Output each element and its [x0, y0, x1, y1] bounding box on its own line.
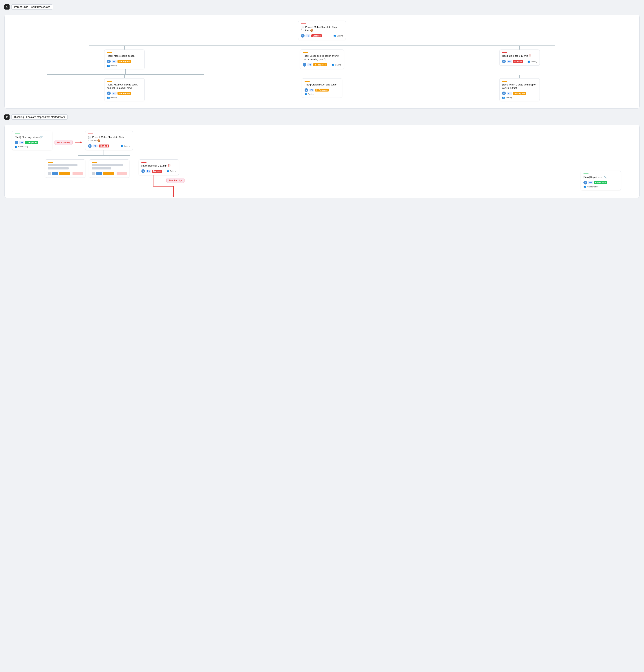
card-footer: U P0 Blocked 👥 Baking — [301, 34, 343, 38]
card-title: [Task] Repair oven 🔧 — [583, 176, 618, 179]
root-card[interactable]: [📄 Project] Make Chocolate Chip Cookies … — [298, 21, 346, 40]
priority-badge: P0 — [93, 145, 97, 147]
svg-marker-1 — [80, 141, 82, 143]
status-badge: In Progress — [315, 88, 329, 92]
card-title-blur — [48, 164, 78, 166]
card-footer: U P1 In Progress 👥 Baking — [107, 92, 142, 99]
card-footer: U P0 Blocked 👥 Baking — [502, 60, 537, 63]
card-footer: U P1 Completed 👥 Purchasing — [15, 141, 49, 148]
card-title: [Task] Bake for 9-11 min ⏰ — [141, 164, 176, 167]
v-line — [124, 46, 125, 49]
priority-badge: P1 — [307, 63, 312, 66]
v-line — [65, 156, 65, 159]
project-card-col: [📄 Project] Make Chocolate Chip Cookies … — [85, 131, 133, 150]
avatar: U — [502, 60, 506, 63]
avatar: U — [141, 169, 145, 173]
v-line — [124, 75, 125, 78]
team-icon: 👥 — [107, 64, 110, 67]
card-footer: U P0 Blocked 👥 Baking — [88, 144, 130, 148]
card-accent — [48, 162, 53, 163]
team-badge: 👥 Baking — [331, 63, 341, 66]
team-badge: 👥 Baking — [107, 64, 117, 67]
section-1-header: 1 Parent Child - Work Breakdown — [4, 4, 640, 10]
status-badge: Completed — [594, 181, 607, 184]
card-title-blur2 — [92, 167, 111, 169]
avatar: U — [305, 88, 308, 92]
root-to-level1-connector — [12, 40, 632, 46]
l1-col-1: [Task] Make cookie dough U P0 In Progres… — [27, 46, 221, 69]
card-title: [Task] Bake for 9-11 min ⏰ — [502, 54, 537, 58]
l2-card-3[interactable]: [Task] Mix in 2 eggs and a tsp of vanill… — [499, 78, 540, 101]
svg-marker-2 — [173, 195, 174, 197]
s2-l1-col-3: [Task] Bake for 9-11 min ⏰ U P0 Blocked … — [133, 156, 185, 182]
card-accent — [107, 52, 112, 53]
team-icon: 👥 — [107, 96, 110, 99]
avatar: U — [502, 92, 506, 95]
l2-card-2[interactable]: [Task] Cream butter and sugar U P1 In Pr… — [302, 78, 342, 98]
team-badge: 👥 Baking — [502, 96, 512, 99]
level2-row: [Task] Mix flour, baking soda, and salt … — [27, 75, 617, 101]
status-badge: Completed — [25, 141, 38, 144]
card-footer: U P2 Completed 👥 Maintenance — [583, 181, 618, 188]
badge-blur — [52, 172, 58, 175]
priority-badge: P0 — [146, 170, 151, 172]
team-badge: 👥 Baking — [107, 96, 117, 99]
l1-card-1[interactable]: [Task] Make cookie dough U P0 In Progres… — [104, 49, 145, 69]
card-accent — [502, 81, 507, 82]
avatar: U — [583, 181, 587, 184]
avatar-blur — [92, 172, 95, 175]
l1-l2-connector — [27, 69, 224, 75]
blocked-by-connector: Blocked by — [55, 140, 83, 145]
spacer — [224, 69, 420, 75]
l2-col-2: [Task] Cream butter and sugar U P1 In Pr… — [225, 75, 419, 101]
blocked-by-label: Blocked by — [166, 178, 185, 183]
card-title: [Task] Cream butter and sugar — [305, 83, 339, 86]
priority-badge: P0 — [507, 60, 512, 63]
team-icon: 👥 — [527, 60, 530, 63]
priority-badge: P0 — [112, 60, 117, 63]
team-badge: 👥 Purchasing — [15, 145, 28, 148]
blocked-by-label: Blocked by — [55, 140, 73, 145]
card-accent — [583, 173, 588, 174]
team-blur — [72, 172, 83, 175]
card-title: [📄 Project] Make Chocolate Chip Cookies … — [301, 25, 343, 32]
card-title: [Task] Make cookie dough — [107, 54, 142, 58]
s2-l1-col-2 — [89, 156, 129, 178]
status-badge: In Progress — [117, 60, 131, 63]
badge-blur2 — [103, 172, 114, 175]
team-icon: 👥 — [331, 63, 334, 66]
priority-badge: P2 — [588, 181, 593, 184]
v-line — [519, 75, 520, 78]
card-title: [📄 Project] Make Chocolate Chip Cookies … — [88, 135, 130, 142]
section-2-title: Blocking - Escalate stopped/not started … — [11, 115, 68, 120]
avatar: U — [301, 34, 305, 38]
s2-l1-col-1 — [45, 156, 85, 178]
repair-card[interactable]: [Task] Repair oven 🔧 U P2 Completed 👥 Ma… — [581, 171, 621, 190]
vertical-line — [322, 40, 322, 46]
priority-badge: P0 — [305, 34, 311, 37]
v-line — [109, 156, 109, 159]
arrow-left-svg — [74, 141, 83, 144]
status-badge: Blocked — [311, 34, 322, 37]
card-accent — [301, 23, 306, 24]
l2-card-1[interactable]: [Task] Mix flour, baking soda, and salt … — [104, 78, 145, 101]
l1-col-2: [Task] Scoop cookie dough evenly onto a … — [225, 46, 419, 69]
l1-card-3[interactable]: [Task] Bake for 9-11 min ⏰ U P0 Blocked … — [499, 49, 540, 65]
level1-row: [Task] Make cookie dough U P0 In Progres… — [27, 46, 617, 69]
team-badge: 👥 Maintenance — [583, 185, 598, 188]
team-icon: 👥 — [121, 145, 124, 147]
project-card-s2[interactable]: [📄 Project] Make Chocolate Chip Cookies … — [85, 131, 133, 150]
bake-card-s2[interactable]: [Task] Bake for 9-11 min ⏰ U P0 Blocked … — [139, 159, 179, 175]
card-accent — [141, 162, 147, 163]
l1-card-2[interactable]: [Task] Scoop cookie dough evenly onto a … — [300, 49, 344, 69]
blurred-card-2 — [89, 159, 129, 178]
card-accent — [502, 52, 507, 53]
team-icon: 👥 — [166, 170, 169, 172]
section-2-tree: [Task] Shop ingredients 🛒 U P1 Completed… — [4, 125, 640, 198]
bake-to-repair-connector: Blocked by — [133, 175, 185, 182]
card-accent — [15, 133, 20, 134]
shop-card[interactable]: [Task] Shop ingredients 🛒 U P1 Completed… — [12, 131, 52, 150]
section-2-header: 2 Blocking - Escalate stopped/not starte… — [4, 115, 640, 120]
card-footer: U P1 In Progress 👥 Baking — [502, 92, 537, 99]
horizontal-line-l1 — [90, 46, 554, 46]
